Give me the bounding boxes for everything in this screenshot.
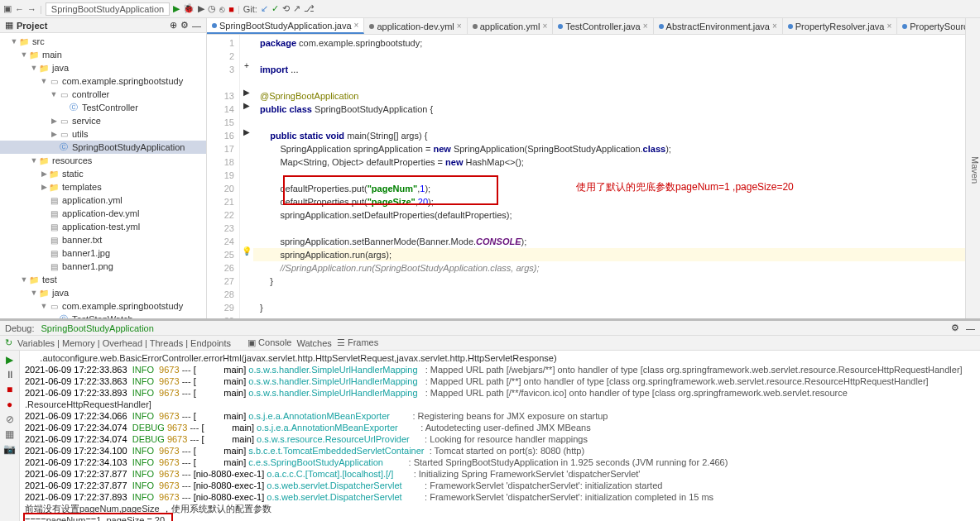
tree-item[interactable]: ▤application.yml: [0, 194, 206, 207]
right-tool-rail[interactable]: Maven: [965, 18, 980, 318]
tree-item[interactable]: ▶📁static: [0, 167, 206, 180]
tree-item[interactable]: ▼▭controller: [0, 88, 206, 101]
code-editor[interactable]: 使用了默认的兜底参数pageNum=1 ,pageSize=20 package…: [253, 35, 965, 318]
tree-item[interactable]: ⒸSpringBootStudyApplication: [0, 141, 206, 154]
close-icon[interactable]: ×: [542, 22, 547, 31]
tree-item[interactable]: ▼📁resources: [0, 154, 206, 167]
editor-tab[interactable]: application.yml×: [468, 18, 554, 34]
profile-icon[interactable]: ◷: [208, 3, 216, 14]
tree-item[interactable]: ▶📁templates: [0, 180, 206, 194]
debug-hide-icon[interactable]: —: [966, 323, 975, 333]
git-commit-icon[interactable]: ✓: [271, 3, 279, 14]
debug-gear-icon[interactable]: ⚙: [951, 323, 959, 333]
git-compare-icon[interactable]: ⟲: [282, 3, 290, 14]
back-icon[interactable]: ←: [15, 4, 24, 14]
log-line: 2021-06-09 17:22:33.893 INFO 9673 --- [ …: [25, 387, 975, 399]
log-line: 2021-06-09 17:22:34.074 DEBUG 9673 --- […: [25, 433, 975, 445]
gear-icon[interactable]: ⚙: [180, 20, 189, 31]
editor-tab[interactable]: TestController.java×: [553, 18, 653, 34]
log-line: 2021-06-09 17:22:34.066 INFO 9673 --- [ …: [25, 410, 975, 422]
tree-item[interactable]: ▼▭com.example.springbootstudy: [0, 299, 206, 313]
run-config-dropdown[interactable]: SpringBootStudyApplication: [46, 2, 170, 16]
git-push-icon[interactable]: ↗: [293, 3, 300, 14]
editor-tab[interactable]: SpringBootStudyApplication.java×: [207, 18, 364, 34]
debug-panel: Debug: SpringBootStudyApplication ⚙ — ↻ …: [0, 318, 980, 521]
expand-icon[interactable]: ▣: [3, 3, 12, 14]
close-icon[interactable]: ×: [772, 22, 777, 31]
tree-item[interactable]: ▶▭service: [0, 114, 206, 127]
editor-tab[interactable]: application-dev.yml×: [364, 18, 467, 34]
tree-item[interactable]: ▤banner1.jpg: [0, 246, 206, 260]
stop-debug-icon[interactable]: ■: [7, 384, 12, 395]
gutter-marks: +▶▶▶💡: [240, 35, 253, 318]
attach-icon[interactable]: ⎋: [219, 4, 225, 14]
forward-icon[interactable]: →: [27, 4, 36, 14]
run-icon[interactable]: ▶: [173, 3, 180, 14]
coverage-icon[interactable]: ▶: [198, 3, 204, 14]
git-update-icon[interactable]: ↙: [261, 3, 268, 14]
debug-config-name[interactable]: SpringBootStudyApplication: [41, 323, 153, 333]
panel-title: Project: [17, 21, 47, 31]
project-view-icon[interactable]: ▦: [5, 20, 13, 31]
log-line: ====pageNum==1, pageSize = 20: [25, 514, 171, 521]
log-line: 前端没有设置pageNum,pageSize ，使用系统默认的配置参数: [25, 503, 975, 514]
debug-subtabs[interactable]: Variables | Memory | Overhead | Threads …: [17, 338, 231, 348]
console-tab[interactable]: ▣ Console: [247, 337, 291, 348]
project-tree[interactable]: ▼📁src▼📁main▼📁java▼▭com.example.springboo…: [0, 33, 206, 318]
editor-tab[interactable]: PropertySourcesPropertyResolver.java×: [897, 18, 965, 34]
log-line: .ResourceHttpRequestHandler]: [25, 399, 975, 410]
log-line: 2021-06-09 17:22:33.863 INFO 9673 --- [ …: [25, 364, 975, 375]
collapse-icon[interactable]: ⊕: [170, 20, 177, 31]
frames-tab[interactable]: ☰ Frames: [337, 337, 378, 348]
tree-item[interactable]: ▤banner1.png: [0, 260, 206, 273]
project-sidebar: ▦ Project ⊕ ⚙ — ▼📁src▼📁main▼📁java▼▭com.e…: [0, 18, 207, 318]
log-line: 2021-06-09 17:22:37.877 INFO 9673 --- [n…: [25, 468, 975, 480]
close-icon[interactable]: ×: [886, 22, 891, 31]
tree-item[interactable]: ⒸTestStopWatch: [0, 313, 206, 318]
editor-tab[interactable]: AbstractEnvironment.java×: [654, 18, 783, 34]
tree-item[interactable]: ▤application-dev.yml: [0, 207, 206, 220]
close-icon[interactable]: ×: [643, 22, 648, 31]
layout-icon[interactable]: ▦: [5, 428, 14, 440]
tree-item[interactable]: ▼📁src: [0, 35, 206, 48]
hide-icon[interactable]: —: [192, 21, 201, 31]
log-line: 2021-06-09 17:22:34.074 DEBUG 9673 --- […: [25, 422, 975, 433]
tree-item[interactable]: ▼📁test: [0, 273, 206, 286]
resume-icon[interactable]: ▶: [6, 354, 13, 366]
log-line: 2021-06-09 17:22:34.103 INFO 9673 --- [ …: [25, 456, 975, 468]
debug-icon[interactable]: 🐞: [183, 3, 195, 14]
camera-icon[interactable]: 📷: [3, 443, 16, 455]
debug-side-toolbar: ▶ ⏸ ■ ● ⊘ ▦ 📷: [0, 351, 20, 521]
close-icon[interactable]: ×: [354, 21, 359, 30]
editor-tab[interactable]: PropertyResolver.java×: [783, 18, 897, 34]
view-breakpoints-icon[interactable]: ●: [7, 399, 12, 410]
editor-tabs: SpringBootStudyApplication.java×applicat…: [207, 18, 965, 35]
line-gutter: 123131415161718192021222324252627282930: [207, 35, 240, 318]
tree-item[interactable]: ⒸTestController: [0, 101, 206, 114]
close-icon[interactable]: ×: [457, 22, 462, 31]
stop-icon[interactable]: ■: [228, 4, 234, 14]
tree-item[interactable]: ▶▭utils: [0, 127, 206, 141]
tree-item[interactable]: ▤banner.txt: [0, 233, 206, 246]
log-line: 2021-06-09 17:22:37.893 INFO 9673 --- [n…: [25, 491, 975, 503]
main-toolbar: ▣ ← → | SpringBootStudyApplication ▶ 🐞 ▶…: [0, 0, 980, 18]
log-line: 2021-06-09 17:22:34.100 INFO 9673 --- [ …: [25, 445, 975, 456]
console-output[interactable]: .autoconfigure.web.BasicErrorController.…: [20, 351, 980, 521]
debug-title: Debug:: [5, 323, 34, 333]
rerun-icon[interactable]: ↻: [5, 337, 12, 348]
tree-item[interactable]: ▼📁main: [0, 48, 206, 61]
log-line: 2021-06-09 17:22:37.877 INFO 9673 --- [n…: [25, 480, 975, 491]
tree-item[interactable]: ▼📁java: [0, 286, 206, 299]
mute-breakpoints-icon[interactable]: ⊘: [6, 413, 14, 425]
tree-item[interactable]: ▤application-test.yml: [0, 220, 206, 233]
git-label: Git:: [243, 4, 257, 14]
annotation-text: 使用了默认的兜底参数pageNum=1 ,pageSize=20: [576, 180, 794, 194]
log-line: .autoconfigure.web.BasicErrorController.…: [25, 352, 975, 364]
git-menu-icon[interactable]: ⎇: [304, 3, 315, 14]
watches-tab[interactable]: Watches: [296, 338, 331, 348]
pause-icon[interactable]: ⏸: [5, 369, 15, 380]
log-line: 2021-06-09 17:22:33.863 INFO 9673 --- [ …: [25, 375, 975, 387]
tree-item[interactable]: ▼📁java: [0, 61, 206, 74]
tree-item[interactable]: ▼▭com.example.springbootstudy: [0, 74, 206, 88]
